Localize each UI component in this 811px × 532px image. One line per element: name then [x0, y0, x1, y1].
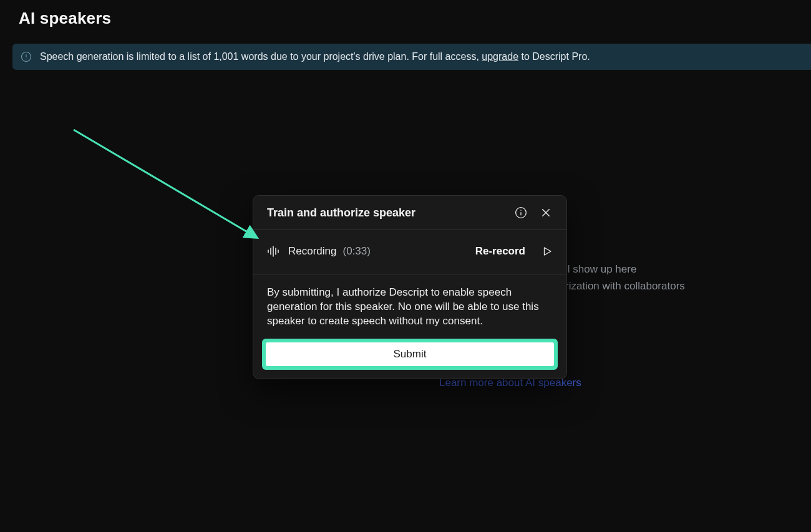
annotation-arrow: [69, 125, 274, 249]
play-icon[interactable]: [541, 246, 553, 257]
waveform-icon: [267, 245, 281, 258]
svg-line-15: [74, 130, 256, 237]
submit-button[interactable]: Submit: [266, 342, 554, 366]
upgrade-link[interactable]: upgrade: [482, 51, 518, 62]
svg-point-2: [26, 59, 26, 59]
svg-marker-13: [545, 248, 551, 255]
recording-row: Recording (0:33) Re-record: [253, 230, 566, 274]
alert-circle-icon: [20, 51, 32, 63]
modal-title: Train and authorize speaker: [267, 206, 503, 220]
notice-text-prefix: Speech generation is limited to a list o…: [40, 51, 482, 62]
re-record-button[interactable]: Re-record: [475, 245, 525, 258]
recording-time: (0:33): [343, 245, 371, 258]
background-hint-line-2: rization with collaborators: [565, 280, 685, 293]
authorization-text: By submitting, I authorize Descript to e…: [253, 274, 566, 339]
info-icon[interactable]: [514, 206, 528, 220]
recording-label: Recording: [288, 245, 337, 258]
close-icon[interactable]: [539, 206, 553, 220]
svg-point-5: [520, 210, 521, 211]
modal-header: Train and authorize speaker: [253, 196, 566, 230]
notice-bar: Speech generation is limited to a list o…: [12, 44, 811, 70]
notice-text-suffix: to Descript Pro.: [518, 51, 590, 62]
page-title: AI speakers: [19, 9, 111, 28]
train-speaker-modal: Train and authorize speaker: [253, 195, 567, 379]
submit-highlight: Submit: [262, 339, 558, 370]
background-hint-line-1: ll show up here: [565, 263, 636, 276]
